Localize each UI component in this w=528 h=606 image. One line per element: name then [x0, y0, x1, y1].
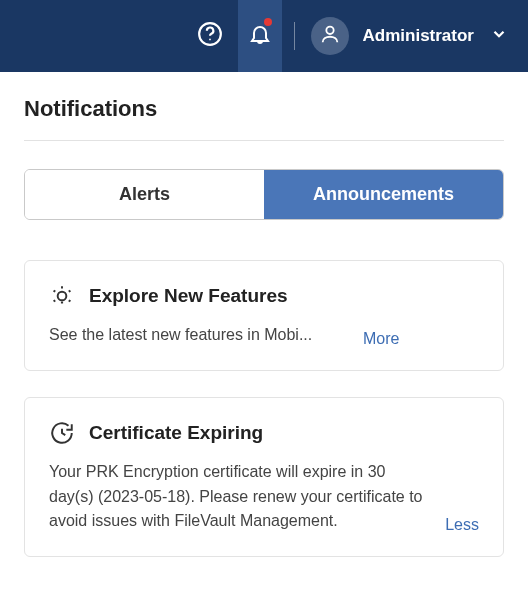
user-label[interactable]: Administrator — [363, 26, 474, 46]
user-menu-toggle[interactable] — [490, 25, 508, 47]
bell-icon — [248, 22, 272, 50]
announcement-card: Certificate Expiring Your PRK Encryption… — [24, 397, 504, 557]
notification-badge — [264, 18, 272, 26]
help-icon — [197, 21, 223, 51]
svg-line-8 — [69, 300, 71, 301]
page-title: Notifications — [24, 96, 504, 122]
card-title: Explore New Features — [89, 285, 288, 307]
svg-point-1 — [209, 39, 211, 41]
tabs: Alerts Announcements — [24, 169, 504, 220]
topbar-divider — [294, 22, 295, 50]
card-header: Certificate Expiring — [49, 420, 479, 446]
card-body-row: See the latest new features in Mobi... M… — [49, 323, 479, 348]
card-title: Certificate Expiring — [89, 422, 263, 444]
content: Notifications Alerts Announcements Explo… — [0, 72, 528, 557]
tab-alerts[interactable]: Alerts — [25, 170, 264, 219]
tab-announcements[interactable]: Announcements — [264, 170, 503, 219]
svg-line-6 — [54, 300, 56, 301]
svg-point-3 — [58, 292, 67, 301]
card-body: Your PRK Encryption certificate will exp… — [49, 460, 431, 534]
user-icon — [319, 23, 341, 49]
notifications-button[interactable] — [238, 0, 282, 72]
svg-line-7 — [69, 291, 71, 292]
less-link[interactable]: Less — [445, 516, 479, 534]
card-body-row: Your PRK Encryption certificate will exp… — [49, 460, 479, 534]
clock-refresh-icon — [49, 420, 75, 446]
card-header: Explore New Features — [49, 283, 479, 309]
svg-point-2 — [326, 27, 333, 34]
svg-line-5 — [54, 291, 56, 292]
more-link[interactable]: More — [363, 330, 399, 348]
chevron-down-icon — [490, 25, 508, 47]
announcement-card: Explore New Features See the latest new … — [24, 260, 504, 371]
topbar: Administrator — [0, 0, 528, 72]
avatar[interactable] — [311, 17, 349, 55]
card-body: See the latest new features in Mobi... — [49, 323, 349, 348]
lightbulb-icon — [49, 283, 75, 309]
help-button[interactable] — [188, 0, 232, 72]
divider — [24, 140, 504, 141]
